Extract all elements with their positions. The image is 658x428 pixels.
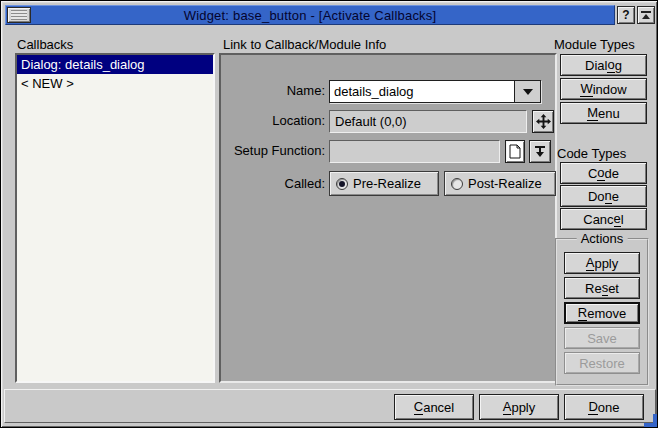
title-row: Widget: base_button - [Activate Callback… (5, 5, 655, 25)
location-move-button[interactable] (532, 110, 554, 133)
done-button[interactable]: Done (564, 394, 644, 420)
cancel-type-button[interactable]: Cancel (560, 208, 647, 230)
restore-action-button[interactable]: Restore (564, 352, 640, 374)
code-types-label: Code Types (557, 146, 626, 161)
actions-label: Actions (577, 231, 628, 246)
apply-button[interactable]: Apply (479, 394, 559, 420)
apply-action-button[interactable]: Apply (564, 252, 640, 274)
name-dropdown-button[interactable] (514, 81, 540, 102)
titlebar[interactable]: Widget: base_button - [Activate Callback… (5, 5, 615, 25)
radio-pre-realize[interactable]: Pre-Realize (329, 171, 439, 196)
resize-grip[interactable] (644, 414, 657, 427)
radio-icon (451, 178, 463, 190)
setup-function-label: Setup Function: (225, 140, 325, 162)
callbacks-label: Callbacks (17, 37, 73, 52)
callbacks-list[interactable]: Dialog: details_dialog < NEW > (15, 53, 215, 383)
push-function-button[interactable] (529, 140, 551, 163)
location-field[interactable]: Default (0,0) (329, 110, 527, 133)
new-function-button[interactable] (505, 140, 525, 163)
done-type-button[interactable]: Done (560, 185, 647, 207)
dialog-type-button[interactable]: Dialog (560, 54, 647, 76)
radio-post-realize[interactable]: Post-Realize (444, 171, 556, 196)
location-label: Location: (225, 110, 325, 132)
reset-action-button[interactable]: Reset (564, 277, 640, 299)
radio-post-realize-label: Post-Realize (468, 176, 542, 191)
setup-function-field[interactable] (329, 140, 500, 163)
called-label: Called: (225, 171, 325, 196)
name-value[interactable]: details_dialog (330, 81, 514, 102)
menu-type-button[interactable]: Menu (560, 102, 647, 124)
help-button[interactable]: ? (617, 6, 635, 24)
code-button[interactable]: Code (560, 162, 647, 184)
help-icon: ? (622, 8, 629, 22)
name-label: Name: (225, 80, 325, 102)
push-down-icon (533, 145, 547, 158)
dialog-window: Widget: base_button - [Activate Callback… (0, 0, 658, 428)
name-combobox[interactable]: details_dialog (329, 80, 541, 103)
list-item[interactable]: < NEW > (17, 74, 213, 93)
move-icon (536, 114, 551, 129)
new-file-icon (509, 144, 521, 159)
module-types-label: Module Types (554, 37, 635, 52)
actions-group: Actions Apply Reset Remove Save Restore (555, 238, 649, 386)
window-title: Widget: base_button - [Activate Callback… (6, 8, 614, 23)
shade-button[interactable] (637, 6, 655, 24)
cancel-button[interactable]: Cancel (394, 394, 474, 420)
chevron-down-icon (523, 89, 533, 95)
shade-icon (640, 10, 652, 21)
radio-pre-realize-label: Pre-Realize (353, 176, 421, 191)
info-panel-label: Link to Callback/Module Info (223, 37, 386, 52)
info-panel: Name: details_dialog Location: Default (… (219, 53, 557, 383)
list-item[interactable]: Dialog: details_dialog (17, 55, 213, 74)
window-type-button[interactable]: Window (560, 78, 647, 100)
radio-icon (336, 178, 348, 190)
remove-action-button[interactable]: Remove (564, 302, 640, 324)
save-action-button[interactable]: Save (564, 327, 640, 349)
